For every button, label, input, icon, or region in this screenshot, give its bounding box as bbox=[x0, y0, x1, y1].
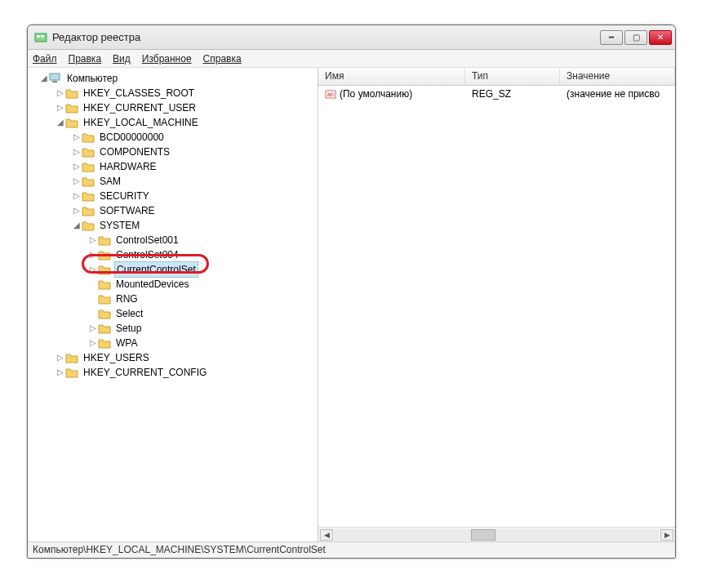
expand-icon[interactable]: ▷ bbox=[88, 247, 98, 262]
menu-favorites[interactable]: Избранное bbox=[142, 53, 192, 65]
collapse-icon[interactable]: ◢ bbox=[39, 71, 49, 86]
minimize-button[interactable]: ━ bbox=[600, 30, 623, 45]
tree-node-hkcc[interactable]: ▷HKEY_CURRENT_CONFIG bbox=[28, 365, 318, 380]
tree-label: CurrentControlSet bbox=[114, 261, 198, 278]
column-name[interactable]: Имя bbox=[318, 68, 465, 85]
status-path: Компьютер\HKEY_LOCAL_MACHINE\SYSTEM\Curr… bbox=[33, 544, 326, 555]
tree-node-hkcu[interactable]: ▷ HKEY_CURRENT_USER bbox=[28, 100, 318, 115]
tree-node-components[interactable]: ▷COMPONENTS bbox=[28, 145, 318, 159]
tree-label: HKEY_CURRENT_USER bbox=[82, 100, 198, 115]
tree-node-hklm[interactable]: ◢ HKEY_LOCAL_MACHINE bbox=[28, 115, 318, 130]
folder-icon bbox=[98, 308, 111, 319]
expand-icon: ▷ bbox=[88, 292, 98, 306]
menubar: Файл Правка Вид Избранное Справка bbox=[28, 50, 675, 68]
tree-label: HARDWARE bbox=[98, 159, 158, 174]
tree-node-controlset004[interactable]: ▷ControlSet004 bbox=[28, 247, 318, 262]
content-area: ◢ Компьютер ▷ HKEY_CLASSES_ROOT ▷ bbox=[28, 68, 675, 541]
tree-node-computer[interactable]: ◢ Компьютер bbox=[28, 71, 318, 86]
expand-icon[interactable]: ▷ bbox=[56, 100, 65, 115]
tree-label: ControlSet001 bbox=[114, 233, 180, 247]
values-pane: Имя Тип Значение ab (По умолчанию) REG_S… bbox=[318, 68, 675, 541]
expand-icon[interactable]: ▷ bbox=[88, 336, 98, 350]
tree-node-hkcr[interactable]: ▷ HKEY_CLASSES_ROOT bbox=[28, 86, 318, 100]
scroll-track[interactable] bbox=[335, 529, 659, 541]
close-button[interactable]: ✕ bbox=[649, 30, 672, 45]
expand-icon[interactable]: ▷ bbox=[88, 262, 98, 277]
value-name: (По умолчанию) bbox=[340, 88, 412, 100]
expand-icon[interactable]: ▷ bbox=[72, 130, 82, 145]
maximize-button[interactable]: ▢ bbox=[624, 30, 647, 45]
window-title: Редактор реестра bbox=[52, 31, 600, 43]
tree-label: HKEY_CLASSES_ROOT bbox=[82, 86, 196, 100]
tree-label: SECURITY bbox=[98, 189, 151, 203]
tree-node-sam[interactable]: ▷SAM bbox=[28, 174, 318, 189]
expand-icon[interactable]: ▷ bbox=[72, 189, 82, 203]
tree-node-setup[interactable]: ▷Setup bbox=[28, 321, 318, 336]
svg-rect-4 bbox=[52, 81, 57, 82]
folder-icon bbox=[82, 176, 95, 187]
collapse-icon[interactable]: ◢ bbox=[56, 115, 65, 130]
expand-icon: ▷ bbox=[88, 277, 98, 292]
tree-node-currentcontrolset[interactable]: ▷CurrentControlSet bbox=[28, 262, 318, 277]
folder-icon bbox=[65, 102, 78, 114]
expand-icon[interactable]: ▷ bbox=[56, 86, 65, 100]
tree-node-hardware[interactable]: ▷HARDWARE bbox=[28, 159, 318, 174]
column-type[interactable]: Тип bbox=[465, 68, 560, 85]
tree-label: MountedDevices bbox=[114, 277, 190, 292]
tree-label: SYSTEM bbox=[98, 218, 141, 233]
menu-file[interactable]: Файл bbox=[33, 53, 57, 65]
tree-label: COMPONENTS bbox=[98, 145, 171, 159]
tree-node-bcd[interactable]: ▷BCD00000000 bbox=[28, 130, 318, 145]
registry-tree: ◢ Компьютер ▷ HKEY_CLASSES_ROOT ▷ bbox=[28, 71, 318, 380]
list-row[interactable]: ab (По умолчанию) REG_SZ (значение не пр… bbox=[318, 86, 675, 102]
scroll-thumb[interactable] bbox=[471, 529, 495, 541]
column-value[interactable]: Значение bbox=[560, 68, 675, 85]
folder-icon bbox=[82, 131, 95, 143]
tree-node-mounteddevices[interactable]: ▷MountedDevices bbox=[28, 277, 318, 292]
tree-label: HKEY_LOCAL_MACHINE bbox=[82, 115, 200, 130]
folder-icon bbox=[82, 146, 95, 158]
titlebar[interactable]: Редактор реестра ━ ▢ ✕ bbox=[28, 25, 675, 50]
menu-help[interactable]: Справка bbox=[203, 53, 242, 65]
folder-icon bbox=[98, 293, 111, 305]
expand-icon[interactable]: ▷ bbox=[72, 159, 82, 174]
svg-text:ab: ab bbox=[327, 91, 334, 97]
tree-node-hku[interactable]: ▷HKEY_USERS bbox=[28, 350, 318, 365]
folder-icon bbox=[98, 337, 111, 349]
expand-icon[interactable]: ▷ bbox=[56, 350, 65, 365]
expand-icon[interactable]: ▷ bbox=[72, 145, 82, 159]
value-type: REG_SZ bbox=[465, 88, 560, 100]
tree-node-software[interactable]: ▷SOFTWARE bbox=[28, 203, 318, 218]
list-body[interactable]: ab (По умолчанию) REG_SZ (значение не пр… bbox=[318, 86, 675, 527]
tree-node-security[interactable]: ▷SECURITY bbox=[28, 189, 318, 203]
expand-icon[interactable]: ▷ bbox=[72, 203, 82, 218]
tree-label: SOFTWARE bbox=[98, 203, 157, 218]
scroll-right-button[interactable]: ▶ bbox=[660, 529, 673, 541]
statusbar: Компьютер\HKEY_LOCAL_MACHINE\SYSTEM\Curr… bbox=[28, 541, 675, 558]
menu-view[interactable]: Вид bbox=[113, 53, 131, 65]
horizontal-scrollbar[interactable]: ◀ ▶ bbox=[318, 527, 675, 541]
tree-node-wpa[interactable]: ▷WPA bbox=[28, 336, 318, 350]
tree-label: WPA bbox=[114, 336, 139, 350]
tree-label: Setup bbox=[114, 321, 143, 336]
scroll-left-button[interactable]: ◀ bbox=[320, 529, 333, 541]
folder-icon bbox=[82, 205, 95, 216]
expand-icon[interactable]: ▷ bbox=[88, 233, 98, 247]
expand-icon[interactable]: ▷ bbox=[72, 174, 82, 189]
registry-editor-window: Редактор реестра ━ ▢ ✕ Файл Правка Вид И… bbox=[27, 24, 676, 559]
tree-node-select[interactable]: ▷Select bbox=[28, 306, 318, 321]
expand-icon[interactable]: ▷ bbox=[88, 321, 98, 336]
folder-open-icon bbox=[65, 117, 78, 128]
tree-label: ControlSet004 bbox=[114, 247, 180, 262]
menu-edit[interactable]: Правка bbox=[69, 53, 102, 65]
svg-rect-3 bbox=[50, 74, 60, 80]
tree-node-rng[interactable]: ▷RNG bbox=[28, 292, 318, 306]
expand-icon[interactable]: ▷ bbox=[56, 365, 65, 380]
collapse-icon[interactable]: ◢ bbox=[72, 218, 82, 233]
tree-node-system[interactable]: ◢SYSTEM bbox=[28, 218, 318, 233]
svg-rect-1 bbox=[37, 35, 40, 38]
folder-icon bbox=[98, 234, 111, 246]
tree-node-controlset001[interactable]: ▷ControlSet001 bbox=[28, 233, 318, 247]
regedit-icon bbox=[34, 31, 47, 44]
tree-pane[interactable]: ◢ Компьютер ▷ HKEY_CLASSES_ROOT ▷ bbox=[28, 68, 318, 541]
